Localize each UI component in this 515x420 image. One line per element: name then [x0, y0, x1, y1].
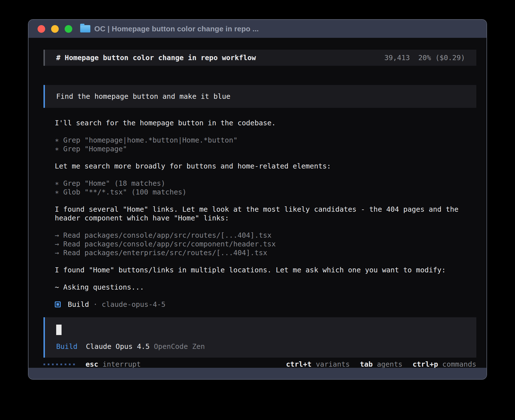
assistant-text: Let me search more broadly for buttons a… — [55, 162, 476, 170]
assistant-text: I'll search for the homepage button in t… — [55, 119, 476, 127]
hint-commands: ctrl+pcommands — [413, 360, 476, 368]
message-line: → Read packages/console/app/src/componen… — [55, 240, 476, 248]
context-percent: 20% — [418, 53, 431, 62]
folder-icon — [80, 25, 90, 32]
hint-label: variants — [316, 360, 350, 368]
message-line: ~ Asking questions... — [55, 283, 476, 292]
message-line: → Read packages/enterprise/src/routes/[.… — [55, 248, 476, 257]
hint-label: agents — [377, 360, 402, 368]
token-count: 39,413 — [384, 53, 410, 62]
assistant-text: I found "Home" buttons/links in multiple… — [55, 266, 476, 274]
tool-call-group: ∗ Grep "homepage|home.*button|Home.*butt… — [55, 136, 476, 153]
text-cursor — [56, 325, 62, 335]
window-title: OC | Homepage button color change in rep… — [94, 25, 259, 33]
spinner-dot — [48, 364, 49, 365]
hint-variants: ctrl+tvariants — [286, 360, 350, 368]
spinner-dot — [56, 364, 58, 365]
message-line: I found several "Home" links. Let me loo… — [55, 205, 476, 214]
message-line: ∗ Glob "**/*.tsx" (100 matches) — [55, 188, 476, 196]
status-bar: esc interrupt ctrl+tvariantstabagentsctr… — [43, 360, 476, 368]
message-line: I'll search for the homepage button in t… — [55, 119, 476, 127]
spinner-dot — [43, 364, 45, 365]
agent-square-icon — [55, 301, 61, 307]
agent-separator: · — [93, 300, 97, 309]
traffic-lights — [38, 25, 72, 33]
prompt-input[interactable]: Build Claude Opus 4.5 OpenCode Zen — [43, 317, 476, 358]
hint-agents: tabagents — [360, 360, 402, 368]
spinner-dots — [43, 364, 75, 365]
session-header: # Homepage button color change in repo w… — [43, 50, 476, 66]
agent-model: claude-opus-4-5 — [102, 300, 165, 309]
spinner-dot — [52, 364, 54, 365]
hint-key: tab — [360, 360, 373, 368]
message-line: ∗ Grep "Home" (18 matches) — [55, 179, 476, 188]
agent-status-line: Build · claude-opus-4-5 — [55, 300, 476, 309]
message-line: header component which have "Home" links… — [55, 214, 476, 222]
message-line: ∗ Grep "homepage|home.*button|Home.*butt… — [55, 136, 476, 145]
spinner-dot — [69, 364, 71, 365]
title-bar: OC | Homepage button color change in rep… — [29, 20, 486, 38]
assistant-messages: I'll search for the homepage button in t… — [55, 119, 476, 292]
zoom-button[interactable] — [65, 25, 72, 33]
assistant-text: ~ Asking questions... — [55, 283, 476, 292]
spinner-dot — [60, 364, 62, 365]
input-meta: Build Claude Opus 4.5 OpenCode Zen — [56, 342, 465, 351]
user-message: Find the homepage button and make it blu… — [43, 85, 476, 108]
message-line: I found "Home" buttons/links in multiple… — [55, 266, 476, 274]
terminal-window: OC | Homepage button color change in rep… — [28, 19, 487, 380]
session-cost: ($0.29) — [435, 53, 465, 62]
status-left: esc interrupt — [43, 360, 141, 368]
close-button[interactable] — [38, 25, 45, 33]
hint-label: interrupt — [102, 360, 141, 368]
message-line: → Read packages/console/app/src/routes/[… — [55, 231, 476, 240]
spinner-dot — [65, 364, 66, 365]
tool-call-group: ∗ Grep "Home" (18 matches)∗ Glob "**/*.t… — [55, 179, 476, 196]
tool-call-group: → Read packages/console/app/src/routes/[… — [55, 231, 476, 257]
minimize-button[interactable] — [51, 25, 59, 33]
hint-label: commands — [442, 360, 476, 368]
session-title: # Homepage button color change in repo w… — [56, 53, 256, 62]
terminal-content: # Homepage button color change in repo w… — [29, 38, 486, 368]
message-line: ∗ Grep "Homepage" — [55, 145, 476, 153]
input-provider-label: OpenCode Zen — [154, 342, 205, 351]
agent-name: Build — [68, 300, 89, 309]
session-stats: 39,413 20% ($0.29) — [384, 53, 465, 62]
window-footer — [29, 368, 486, 379]
hint-key: ctrl+t — [286, 360, 311, 368]
status-right: ctrl+tvariantstabagentsctrl+pcommands — [276, 360, 476, 368]
input-agent-label[interactable]: Build — [56, 342, 77, 351]
hint-interrupt: esc interrupt — [86, 360, 141, 368]
hint-key: esc — [86, 360, 98, 368]
hint-key: ctrl+p — [413, 360, 438, 368]
assistant-text: I found several "Home" links. Let me loo… — [55, 205, 476, 222]
spinner-dot — [73, 364, 75, 365]
message-line: Let me search more broadly for buttons a… — [55, 162, 476, 170]
input-model-label[interactable]: Claude Opus 4.5 — [86, 342, 150, 351]
